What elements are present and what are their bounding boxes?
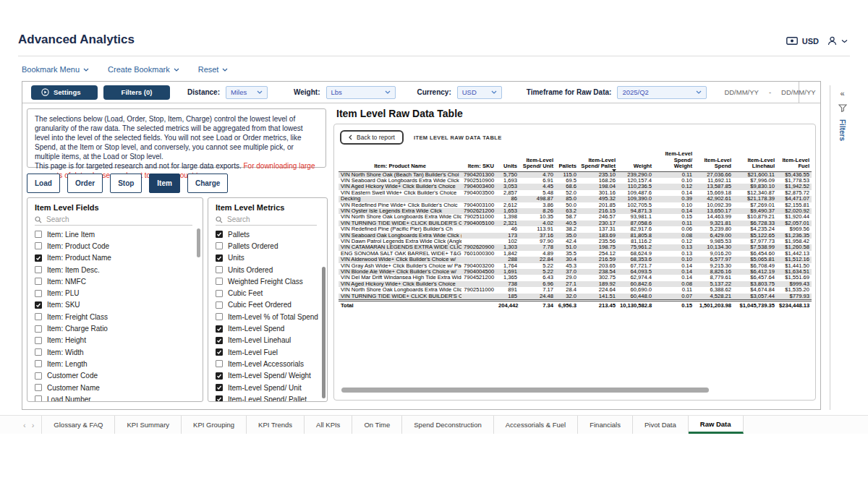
checkbox-unchecked[interactable] [216, 242, 223, 249]
weight-select[interactable]: Lbs [326, 86, 396, 99]
checkbox-unchecked[interactable] [35, 372, 42, 380]
tab-scroll-left-icon[interactable]: ‹ [23, 421, 26, 429]
column-header[interactable]: Item: SKU [461, 150, 496, 171]
table-row[interactable]: VIN North Shore Oak Longboards Extra Wid… [339, 214, 812, 220]
column-header[interactable]: Item-Level Spend [694, 150, 733, 171]
checkbox-unchecked[interactable] [35, 395, 42, 402]
table-row[interactable]: VIN Gray Ash Wide+ Click Builder's Choic… [339, 263, 812, 269]
column-header[interactable]: Item-Level Spend/ Unit [519, 150, 556, 171]
checkbox-list-item[interactable]: Pallets Ordered [216, 240, 327, 252]
column-header[interactable]: Units [496, 150, 519, 171]
user-menu-chevron-icon[interactable] [841, 39, 848, 43]
fields-search[interactable]: Search [35, 214, 192, 226]
table-row[interactable]: VIN Aged Hickory Wide+ Click Builder's C… [339, 281, 812, 287]
checkbox-list-item[interactable]: Item: Product Code [35, 240, 203, 252]
checkbox-unchecked[interactable] [216, 278, 223, 285]
checkbox-list-item[interactable]: Weighted Freight Class [216, 275, 327, 287]
checkbox-list-item[interactable]: Item: PLU [35, 287, 203, 299]
checkbox-list-item[interactable]: Units [216, 252, 327, 264]
checkbox-list-item[interactable]: Item: Product Name [35, 252, 203, 264]
table-horizontal-scrollbar[interactable] [341, 388, 709, 393]
checkbox-list-item[interactable]: Item: Item Desc. [35, 264, 203, 275]
checkbox-list-item[interactable]: Item: Line Item [35, 228, 203, 240]
table-row[interactable]: VIN Del Mar Drift Windansea High Tide Ex… [339, 275, 812, 281]
filters-button[interactable]: Filters (0) [103, 85, 170, 100]
column-header[interactable]: Item: Product Name [339, 150, 461, 171]
checkbox-checked[interactable] [35, 301, 42, 309]
column-header[interactable]: Item-Level Spend/ Weight [654, 150, 694, 171]
sort-descending-icon[interactable] [612, 169, 616, 172]
tab-on-time[interactable]: On Time [352, 416, 402, 434]
table-row[interactable]: VIN TURNING TIDE WIDE+ CLICK BUILDER'S C… [339, 221, 812, 226]
checkbox-unchecked[interactable] [35, 360, 42, 367]
checkbox-list-item[interactable]: Cubic Feet [216, 287, 327, 299]
currency-select[interactable]: USD [457, 86, 502, 99]
checkbox-unchecked[interactable] [216, 313, 223, 320]
checkbox-unchecked[interactable] [35, 313, 42, 320]
tab-kpi-grouping[interactable]: KPI Grouping [182, 416, 247, 434]
checkbox-list-item[interactable]: Item-Level Spend [216, 322, 327, 334]
checkbox-list-item[interactable]: Item-Level Spend/ Pallet [216, 393, 327, 402]
checkbox-list-item[interactable]: Cubic Feet Ordered [216, 299, 327, 311]
checkbox-checked[interactable] [216, 395, 223, 402]
tab-scroll-right-icon[interactable]: › [32, 421, 35, 429]
checkbox-checked[interactable] [35, 254, 42, 262]
checkbox-unchecked[interactable] [35, 348, 42, 356]
checkbox-list-item[interactable]: Item: NMFC [35, 275, 203, 287]
table-row[interactable]: VIN Seaboard Oak Longboards Extra Wide C… [339, 233, 812, 239]
table-row[interactable]: VIN North Shore Oak Longboards Extra Wid… [339, 287, 812, 293]
checkbox-list-item[interactable]: Units Ordered [216, 264, 327, 275]
bookmark-menu-item[interactable]: Create Bookmark [108, 65, 179, 74]
checkbox-checked[interactable] [216, 384, 223, 391]
checkbox-list-item[interactable]: Item-Level Accessorials [216, 358, 327, 369]
checkbox-unchecked[interactable] [35, 231, 42, 238]
checkbox-list-item[interactable]: Item: Height [35, 335, 203, 346]
checkbox-unchecked[interactable] [216, 290, 223, 297]
checkbox-unchecked[interactable] [216, 266, 223, 273]
level-button-item[interactable]: Item [149, 174, 180, 193]
table-row[interactable]: VIN Eastern Swell Wide+ Click Builder's … [339, 190, 812, 196]
table-row[interactable]: VIN Alderwood Wide+ Click Builder's Choi… [339, 257, 812, 262]
checkbox-unchecked[interactable] [35, 242, 42, 249]
level-button-charge[interactable]: Charge [187, 174, 228, 193]
timeframe-select[interactable]: 2025/Q2 [617, 86, 707, 99]
checkbox-list-item[interactable]: Item-Level % of Total Spend [216, 311, 327, 322]
tab-financials[interactable]: Financials [578, 416, 633, 434]
level-button-order[interactable]: Order [67, 174, 103, 193]
tab-raw-data[interactable]: Raw Data [689, 416, 744, 434]
user-icon[interactable] [827, 36, 837, 46]
column-header[interactable]: Item-Level Linehaul [733, 150, 777, 171]
table-row[interactable]: VIN CATAMARAN LEGENDS EXTRA WIDE CLICK79… [339, 244, 812, 250]
checkbox-list-item[interactable]: Item-Level Linehaul [216, 335, 327, 346]
table-row[interactable]: VIN Seaboard Oak Longboards Extra Wide C… [339, 178, 812, 184]
metrics-search[interactable]: Search [216, 214, 317, 226]
checkbox-unchecked[interactable] [35, 325, 42, 333]
table-row[interactable]: VIN Redefined Pine Wide+ Click Builder's… [339, 202, 812, 208]
metrics-scrollbar[interactable] [322, 267, 326, 398]
checkbox-unchecked[interactable] [35, 337, 42, 344]
table-row[interactable]: VIN Redefined Pine (Pacific Pier) Builde… [339, 226, 812, 232]
checkbox-checked[interactable] [216, 325, 223, 333]
checkbox-list-item[interactable]: Item-Level Fuel [216, 346, 327, 358]
checkbox-checked[interactable] [216, 372, 223, 380]
checkbox-unchecked[interactable] [216, 301, 223, 309]
bookmark-menu-item[interactable]: Bookmark Menu [22, 65, 89, 74]
checkbox-list-item[interactable]: Item: SKU [35, 299, 203, 311]
tab-all-kpis[interactable]: All KPIs [305, 416, 352, 434]
checkbox-list-item[interactable]: Customer Code [35, 370, 203, 382]
checkbox-list-item[interactable]: Item: Freight Class [35, 311, 203, 322]
column-header[interactable]: Pallets [556, 150, 579, 171]
date-from-input[interactable]: DD/MM/YY [724, 88, 759, 96]
table-row[interactable]: VIN Blonde Ale Wide+ Click Builder's Cho… [339, 269, 812, 275]
table-row[interactable]: VIN Oyster Isle Legends Extra Wide Click… [339, 208, 812, 214]
bookmark-menu-item[interactable]: Reset [198, 65, 229, 74]
checkbox-list-item[interactable]: Customer Name [35, 382, 203, 393]
tab-accessorials-fuel[interactable]: Accessorials & Fuel [494, 416, 578, 434]
distance-select[interactable]: Miles [226, 86, 268, 99]
table-row[interactable]: VIN TURNING TIDE WIDE+ CLICK BUILDER'S C… [339, 294, 812, 301]
checkbox-list-item[interactable]: Item: Width [35, 346, 203, 358]
back-to-report-button[interactable]: Back to report [340, 130, 404, 145]
checkbox-unchecked[interactable] [35, 384, 42, 391]
settings-button[interactable]: Settings [31, 85, 98, 100]
checkbox-list-item[interactable]: Item: Length [35, 358, 203, 369]
